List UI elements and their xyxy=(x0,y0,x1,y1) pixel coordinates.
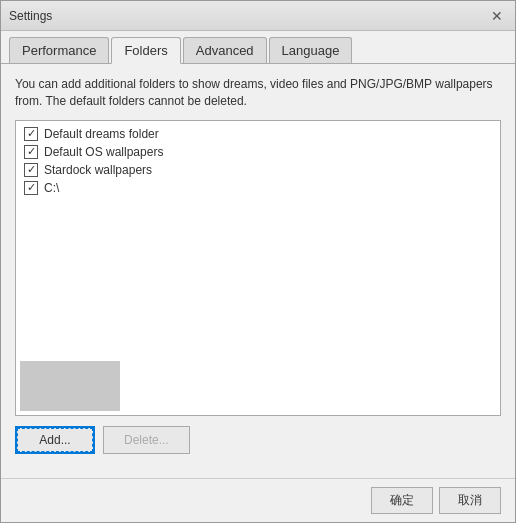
list-item[interactable]: Default OS wallpapers xyxy=(20,143,496,161)
close-button[interactable]: ✕ xyxy=(487,6,507,26)
tab-folders[interactable]: Folders xyxy=(111,37,180,64)
list-item[interactable]: C:\ xyxy=(20,179,496,197)
footer: 确定 取消 xyxy=(1,478,515,522)
settings-window: Settings ✕ Performance Folders Advanced … xyxy=(0,0,516,523)
checkbox-default-os[interactable] xyxy=(24,145,38,159)
tab-bar: Performance Folders Advanced Language xyxy=(1,31,515,64)
checkbox-c-drive[interactable] xyxy=(24,181,38,195)
delete-button[interactable]: Delete... xyxy=(103,426,190,454)
folder-label-stardock: Stardock wallpapers xyxy=(44,163,152,177)
checkbox-stardock[interactable] xyxy=(24,163,38,177)
tab-content: You can add additional folders to show d… xyxy=(1,64,515,478)
action-buttons: Add... Delete... xyxy=(15,426,501,454)
folder-label-default-dreams: Default dreams folder xyxy=(44,127,159,141)
checkbox-default-dreams[interactable] xyxy=(24,127,38,141)
folder-label-c-drive: C:\ xyxy=(44,181,59,195)
description-text: You can add additional folders to show d… xyxy=(15,76,501,110)
tab-advanced[interactable]: Advanced xyxy=(183,37,267,63)
title-bar: Settings ✕ xyxy=(1,1,515,31)
add-button[interactable]: Add... xyxy=(15,426,95,454)
tab-language[interactable]: Language xyxy=(269,37,353,63)
cancel-button[interactable]: 取消 xyxy=(439,487,501,514)
tab-performance[interactable]: Performance xyxy=(9,37,109,63)
folder-thumbnail xyxy=(20,361,120,411)
window-title: Settings xyxy=(9,9,52,23)
folder-label-default-os: Default OS wallpapers xyxy=(44,145,163,159)
list-item[interactable]: Default dreams folder xyxy=(20,125,496,143)
ok-button[interactable]: 确定 xyxy=(371,487,433,514)
list-item[interactable]: Stardock wallpapers xyxy=(20,161,496,179)
folder-list: Default dreams folder Default OS wallpap… xyxy=(15,120,501,416)
